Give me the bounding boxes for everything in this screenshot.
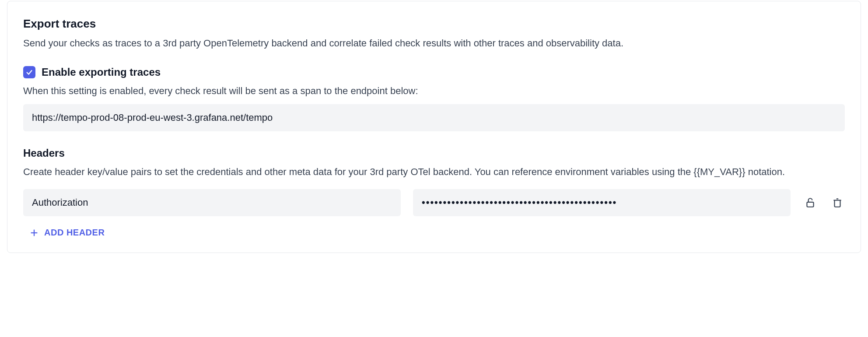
enable-traces-row: Enable exporting traces: [23, 66, 845, 78]
endpoint-input[interactable]: [23, 104, 845, 131]
unlock-icon: [805, 197, 816, 208]
svg-rect-0: [807, 202, 813, 207]
lock-toggle-button[interactable]: [803, 195, 818, 210]
plus-icon: [29, 228, 39, 238]
headers-title: Headers: [23, 147, 845, 159]
headers-description: Create header key/value pairs to set the…: [23, 165, 845, 179]
header-row: [23, 189, 845, 216]
enable-help-text: When this setting is enabled, every chec…: [23, 84, 845, 98]
section-title: Export traces: [23, 17, 845, 31]
delete-header-button[interactable]: [830, 195, 845, 210]
enable-traces-label: Enable exporting traces: [42, 66, 161, 78]
check-icon: [25, 68, 33, 76]
header-key-input[interactable]: [23, 189, 401, 216]
export-traces-card: Export traces Send your checks as traces…: [7, 1, 861, 253]
header-value-input[interactable]: [413, 189, 791, 216]
trash-icon: [832, 197, 843, 208]
enable-traces-checkbox[interactable]: [23, 66, 35, 78]
section-description: Send your checks as traces to a 3rd part…: [23, 36, 845, 50]
add-header-label: ADD HEADER: [44, 228, 105, 238]
add-header-button[interactable]: ADD HEADER: [23, 225, 111, 240]
